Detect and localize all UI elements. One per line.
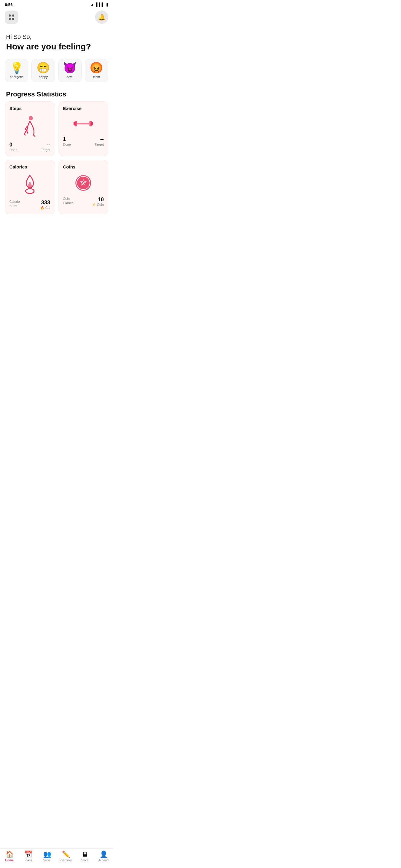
calories-icon-area <box>9 172 50 197</box>
calories-target-value: 333 <box>40 199 50 206</box>
steps-target-value: -- <box>41 142 50 148</box>
calories-done-label: CalorieBurnt <box>9 199 20 208</box>
steps-values: 0 Done -- Target <box>9 142 50 152</box>
mood-card-energetic[interactable]: 💡 energetic <box>5 59 28 82</box>
mood-card-devil[interactable]: 😈 devil <box>58 59 82 82</box>
exercise-card[interactable]: Exercise 1 Done -- Target <box>59 101 109 156</box>
svg-point-6 <box>26 189 34 193</box>
steps-target-label: Target <box>41 148 50 152</box>
mood-label-energetic: energetic <box>10 75 23 79</box>
coins-title: Coins <box>63 164 104 169</box>
menu-dots-icon <box>9 14 14 20</box>
notification-button[interactable]: 🔔 <box>95 10 108 24</box>
dumbbell-icon <box>73 116 93 131</box>
wifi-icon: ▲ <box>90 2 94 7</box>
signal-icon: ▌▌▌ <box>96 2 105 7</box>
exercise-target-label: Target <box>94 143 104 146</box>
battery-icon: ▮ <box>106 2 108 7</box>
exercise-done-value: 1 <box>63 136 71 143</box>
steps-icon-area <box>9 113 50 139</box>
steps-done-label: Done <box>9 148 17 152</box>
walking-icon <box>22 116 38 137</box>
calories-card[interactable]: Calories CalorieBurnt 333 🔥 Cal <box>5 160 55 214</box>
steps-title: Steps <box>9 106 50 111</box>
greeting-section: Hi So So, How are you feeling? <box>0 27 113 54</box>
menu-button[interactable] <box>5 10 18 24</box>
coins-target-label: ⚡ Coin <box>92 203 104 207</box>
stats-grid: Steps 0 Done -- Target <box>0 101 113 219</box>
calories-title: Calories <box>9 164 50 169</box>
calories-values: CalorieBurnt 333 🔥 Cal <box>9 199 50 210</box>
exercise-values: 1 Done -- Target <box>63 136 104 146</box>
exercise-icon-area <box>63 113 104 134</box>
svg-rect-4 <box>91 122 93 125</box>
mood-label-devil: devil <box>66 75 73 79</box>
coins-done-label: CoinEarned <box>63 196 74 205</box>
svg-rect-5 <box>77 123 90 124</box>
exercise-done-label: Done <box>63 143 71 146</box>
top-bar: 🔔 <box>0 9 113 27</box>
coins-card[interactable]: Coins CoinEarned 10 ⚡ Coin <box>59 160 109 214</box>
mood-emoji-happy: 😁 <box>36 62 50 73</box>
mood-label-testtt: testtt <box>93 75 100 79</box>
coin-icon <box>75 174 92 192</box>
mood-section: 💡 energetic 😁 happy 😈 devil 😡 testtt <box>0 54 113 84</box>
mood-card-testtt[interactable]: 😡 testtt <box>85 59 108 82</box>
greeting-main: How are you feeling? <box>6 41 107 52</box>
status-time: 6:56 <box>5 2 13 7</box>
steps-done-value: 0 <box>9 142 17 148</box>
svg-rect-2 <box>74 122 76 125</box>
svg-point-0 <box>29 116 33 120</box>
exercise-title: Exercise <box>63 106 104 111</box>
exercise-target-value: -- <box>94 136 104 143</box>
mood-emoji-energetic: 💡 <box>10 62 24 73</box>
progress-section-title: Progress Statistics <box>0 84 113 101</box>
bell-icon: 🔔 <box>98 13 106 21</box>
steps-card[interactable]: Steps 0 Done -- Target <box>5 101 55 156</box>
flame-icon <box>22 174 38 195</box>
mood-emoji-devil: 😈 <box>63 62 77 73</box>
greeting-sub: Hi So So, <box>6 33 107 40</box>
coins-target-value: 10 <box>92 196 104 203</box>
coins-icon-area <box>63 172 104 194</box>
status-bar: 6:56 ▲ ▌▌▌ ▮ <box>0 0 113 9</box>
coins-values: CoinEarned 10 ⚡ Coin <box>63 196 104 207</box>
calories-target-label: 🔥 Cal <box>40 206 50 210</box>
mood-label-happy: happy <box>39 75 48 79</box>
mood-emoji-testtt: 😡 <box>90 62 103 73</box>
mood-card-happy[interactable]: 😁 happy <box>31 59 55 82</box>
